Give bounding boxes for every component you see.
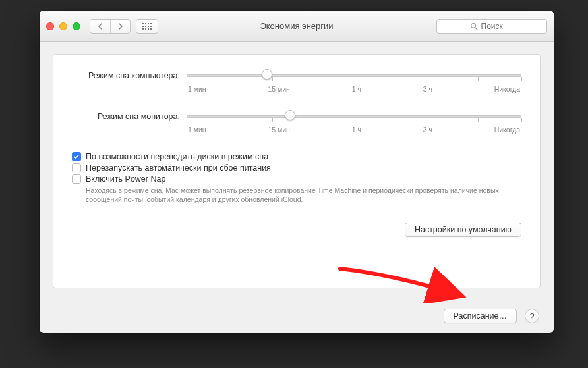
search-icon [470,22,478,30]
slider-tick-labels: 1 мин 15 мин 1 ч 3 ч Никогда [187,85,521,93]
bottom-bar: Расписание… ? [40,299,554,333]
power-nap-label: Включить Power Nap [86,174,165,184]
restart-checkbox[interactable] [72,163,81,172]
chevron-left-icon [98,23,103,30]
restart-checkbox-row: Перезапускать автоматически при сбое пит… [72,163,521,172]
traffic-lights [46,22,80,30]
chevron-right-icon [117,23,123,30]
search-input[interactable] [481,22,514,31]
power-nap-checkbox[interactable] [72,174,81,184]
svg-rect-4 [142,26,144,27]
svg-rect-3 [150,23,152,24]
svg-rect-5 [145,26,146,27]
search-field[interactable] [436,19,547,34]
svg-rect-1 [145,23,146,24]
zoom-button[interactable] [73,22,80,30]
svg-rect-11 [150,28,152,30]
slider-tick-labels: 1 мин 15 мин 1 ч 3 ч Никогда [187,126,521,134]
disk-sleep-checkbox[interactable] [72,152,81,161]
computer-sleep-slider[interactable] [187,70,521,81]
svg-rect-0 [142,23,144,24]
svg-rect-8 [142,28,144,30]
minimize-button[interactable] [59,22,67,30]
titlebar: Экономия энергии [40,11,554,42]
power-nap-help: Находясь в режиме сна, Mac может выполня… [86,186,508,204]
svg-line-13 [475,27,477,29]
schedule-button[interactable]: Расписание… [444,309,517,323]
display-sleep-slider[interactable] [187,111,521,122]
computer-sleep-label: Режим сна компьютера: [72,70,187,81]
prefs-window: Экономия энергии Режим сна компьютера: [40,11,554,333]
grid-icon [142,23,152,30]
svg-rect-9 [145,28,146,30]
power-nap-checkbox-row: Включить Power Nap [72,174,521,184]
computer-sleep-thumb[interactable] [262,69,272,80]
restart-label: Перезапускать автоматически при сбое пит… [86,163,271,172]
display-sleep-row: Режим сна монитора: 1 мин 15 мин 1 ч 3 ч [72,111,521,134]
svg-rect-6 [148,26,149,27]
disk-sleep-checkbox-row: По возможности переводить диски в режим … [72,152,521,161]
svg-rect-2 [148,23,149,24]
restore-defaults-button[interactable]: Настройки по умолчанию [405,223,521,237]
back-button[interactable] [90,20,110,33]
help-button[interactable]: ? [525,309,539,323]
display-sleep-thumb[interactable] [285,110,295,120]
display-sleep-label: Режим сна монитора: [72,111,187,122]
computer-sleep-row: Режим сна компьютера: 1 мин 15 мин 1 ч 3… [72,70,521,93]
close-button[interactable] [46,22,54,30]
content-panel: Режим сна компьютера: 1 мин 15 мин 1 ч 3… [53,54,541,288]
disk-sleep-label: По возможности переводить диски в режим … [86,152,268,161]
forward-button[interactable] [110,20,130,33]
show-all-button[interactable] [136,19,158,34]
nav-segment [90,19,131,34]
check-icon [73,153,80,160]
svg-rect-7 [150,26,152,27]
svg-rect-10 [148,28,149,30]
